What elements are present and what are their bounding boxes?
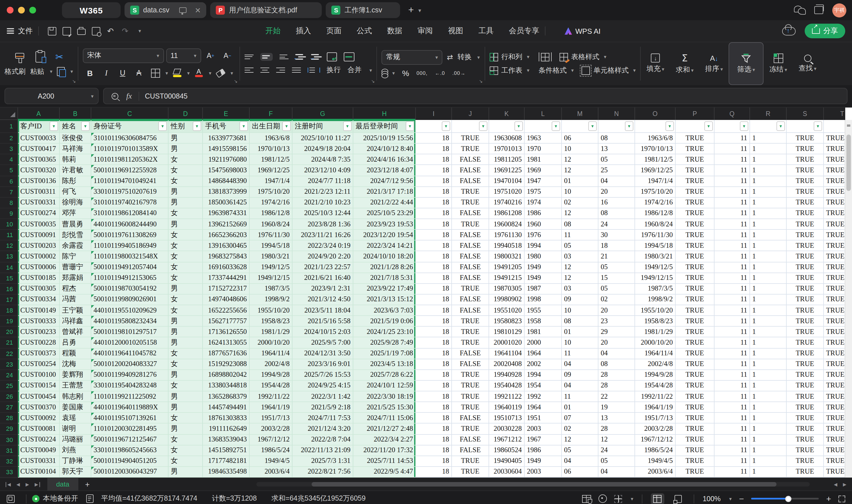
cell-B22[interactable]: 程颖 bbox=[60, 348, 91, 359]
cell-D18[interactable]: 女 bbox=[169, 305, 203, 316]
cell-G19[interactable]: 2021/5/16 5:58 bbox=[293, 316, 353, 327]
cell-D20[interactable]: 男 bbox=[169, 327, 203, 338]
cell-H5[interactable]: 2023/12/18 4:07 bbox=[353, 165, 416, 176]
cell-Q14[interactable]: 11 bbox=[714, 262, 750, 273]
ribbon-tab-页面[interactable]: 页面 bbox=[326, 26, 342, 36]
cell-F33[interactable]: 2003/6/4 bbox=[250, 467, 293, 478]
filter-header-cell-K1[interactable]: ▼ bbox=[489, 120, 525, 133]
cell-Q21[interactable]: 11 bbox=[714, 338, 750, 348]
cell-K18[interactable]: 19551020 bbox=[489, 305, 525, 316]
cell-I13[interactable]: 18 bbox=[416, 251, 452, 262]
close-tab-icon[interactable]: ✕ bbox=[195, 6, 201, 14]
filter-header-cell-N1[interactable]: ▼ bbox=[598, 120, 635, 133]
cell-L11[interactable]: 1976 bbox=[525, 230, 562, 240]
cell-S18[interactable]: TRUE bbox=[787, 305, 824, 316]
cell-C27[interactable]: 44010119640119889X bbox=[91, 402, 169, 413]
cell-E22[interactable]: 18776571636 bbox=[203, 348, 250, 359]
cell-L12[interactable]: 1994 bbox=[525, 241, 562, 251]
cell-A24[interactable]: CUST00100 bbox=[18, 370, 60, 381]
cell-T14[interactable]: TRUE bbox=[824, 262, 845, 273]
cell-H9[interactable]: 2025/10/5 23:29 bbox=[353, 208, 416, 219]
cell-Q27[interactable]: 11 bbox=[714, 402, 750, 413]
cell-I12[interactable]: 18 bbox=[416, 241, 452, 251]
cell-E32[interactable]: 17177482181 bbox=[203, 456, 250, 467]
cell-D16[interactable]: 男 bbox=[169, 284, 203, 294]
cell-G27[interactable]: 2021/5/9 2:18 bbox=[293, 402, 353, 413]
cell-T18[interactable]: TRUE bbox=[824, 305, 845, 316]
cell-L31[interactable]: 1986 bbox=[525, 445, 562, 456]
cell-F19[interactable]: 1958/8/23 bbox=[250, 316, 293, 327]
cell-L14[interactable]: 1949 bbox=[525, 262, 562, 273]
cell-C33[interactable]: 500101200306043297 bbox=[91, 467, 169, 478]
cell-K17[interactable]: 19980902 bbox=[489, 294, 525, 305]
doc-tab-data-csv[interactable]: S data.csv ✕ bbox=[124, 2, 207, 18]
cell-A28[interactable]: CUST00092 bbox=[18, 413, 60, 424]
cell-K11[interactable]: 19761130 bbox=[489, 230, 525, 240]
cell-H26[interactable]: 2022/3/30 18:19 bbox=[353, 391, 416, 402]
cell-S14[interactable]: TRUE bbox=[787, 262, 824, 273]
horizontal-scrollbar-thumb[interactable] bbox=[312, 482, 777, 487]
cell-I14[interactable]: 18 bbox=[416, 262, 452, 273]
filter-header-cell-L1[interactable]: ▼ bbox=[525, 120, 562, 133]
ribbon-tab-数据[interactable]: 数据 bbox=[387, 26, 402, 36]
cell-R6[interactable]: 1 bbox=[750, 176, 787, 187]
cell-S20[interactable]: TRUE bbox=[787, 327, 824, 338]
cell-K23[interactable]: 20020408 bbox=[489, 359, 525, 370]
cell-S17[interactable]: TRUE bbox=[787, 294, 824, 305]
cell-D5[interactable]: 女 bbox=[169, 165, 203, 176]
cell-L15[interactable]: 1949 bbox=[525, 273, 562, 284]
cell-O28[interactable]: 1951/7/13 bbox=[635, 413, 676, 424]
cell-P30[interactable]: TRUE bbox=[676, 434, 714, 445]
cell-K26[interactable]: 19921122 bbox=[489, 391, 525, 402]
underline-button[interactable]: U bbox=[115, 67, 130, 79]
cell-H15[interactable]: 2021/7/18 5:31 bbox=[353, 273, 416, 284]
cell-I4[interactable]: 18 bbox=[416, 155, 452, 165]
cell-G12[interactable]: 2022/3/24 0:19 bbox=[293, 241, 353, 251]
cell-S6[interactable]: TRUE bbox=[787, 176, 824, 187]
row-number[interactable]: 8 bbox=[0, 198, 18, 208]
cell-K25[interactable]: 19540428 bbox=[489, 381, 525, 391]
cell-O27[interactable]: 1964/1/19 bbox=[635, 402, 676, 413]
cell-S29[interactable]: TRUE bbox=[787, 424, 824, 434]
cell-D2[interactable]: 男 bbox=[169, 133, 203, 144]
cell-E16[interactable]: 17152722317 bbox=[203, 284, 250, 294]
cell-H22[interactable]: 2025/1/19 7:08 bbox=[353, 348, 416, 359]
cell-M11[interactable]: 11 bbox=[562, 230, 598, 240]
cell-S16[interactable]: TRUE bbox=[787, 284, 824, 294]
filter-header-cell-T1[interactable]: ▼ bbox=[824, 120, 845, 133]
cell-S27[interactable]: TRUE bbox=[787, 402, 824, 413]
cell-F18[interactable]: 1955/10/20 bbox=[250, 305, 293, 316]
column-header-P[interactable]: P bbox=[676, 108, 714, 120]
cell-Q18[interactable]: 11 bbox=[714, 305, 750, 316]
last-sheet-button[interactable]: ▶ bbox=[35, 482, 40, 487]
cell-P6[interactable]: TRUE bbox=[676, 176, 714, 187]
cell-G23[interactable]: 2023/3/16 9:01 bbox=[293, 359, 353, 370]
cell-F2[interactable]: 1963/6/8 bbox=[250, 133, 293, 144]
row-number[interactable]: 17 bbox=[0, 294, 18, 305]
cell-O6[interactable]: 1947/1/4 bbox=[635, 176, 676, 187]
cell-O30[interactable]: 1967/12/12 bbox=[635, 434, 676, 445]
cell-H31[interactable]: 2022/11/20 17:32 bbox=[353, 445, 416, 456]
cell-R17[interactable]: 1 bbox=[750, 294, 787, 305]
cell-O33[interactable]: 2003/6/4 bbox=[635, 467, 676, 478]
cell-T5[interactable]: TRUE bbox=[824, 165, 845, 176]
positioning-chevron-icon[interactable]: ▾ bbox=[631, 496, 633, 502]
cell-I29[interactable]: 18 bbox=[416, 424, 452, 434]
borders-button[interactable] bbox=[148, 67, 162, 79]
cell-R19[interactable]: 1 bbox=[750, 316, 787, 327]
sheet-tab-data[interactable]: data bbox=[47, 478, 78, 490]
stamp-icon[interactable] bbox=[7, 495, 15, 503]
cell-G28[interactable]: 2024/7/11 7:53 bbox=[293, 413, 353, 424]
cell-A31[interactable]: CUST00049 bbox=[18, 445, 60, 456]
column-header-H[interactable]: H bbox=[353, 108, 416, 120]
close-window-button[interactable] bbox=[7, 7, 14, 14]
cell-D22[interactable]: 女 bbox=[169, 348, 203, 359]
column-header-O[interactable]: O bbox=[635, 108, 676, 120]
cell-T21[interactable]: TRUE bbox=[824, 338, 845, 348]
cell-B5[interactable]: 许君敏 bbox=[60, 165, 91, 176]
cell-N29[interactable]: 28 bbox=[598, 424, 635, 434]
cell-N26[interactable]: 22 bbox=[598, 391, 635, 402]
cell-L13[interactable]: 1980 bbox=[525, 251, 562, 262]
cell-H29[interactable]: 2021/12/27 2:48 bbox=[353, 424, 416, 434]
cell-A16[interactable]: CUST00305 bbox=[18, 284, 60, 294]
